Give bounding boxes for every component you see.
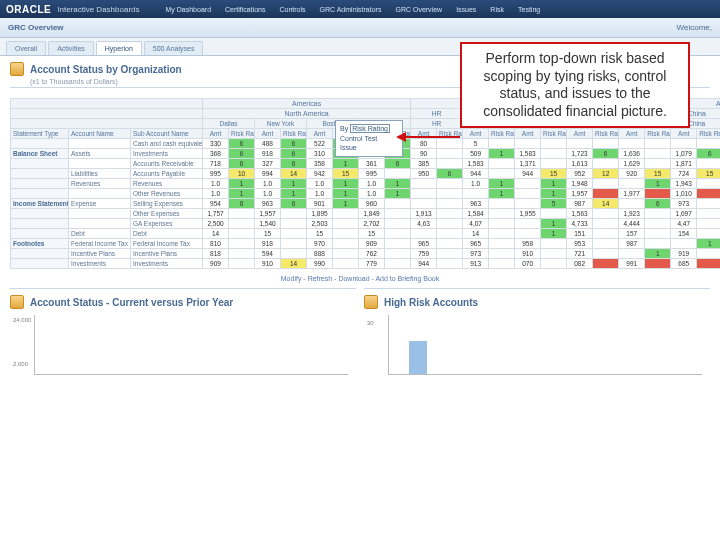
tab-activities[interactable]: Activities [48, 41, 94, 55]
topnav-risk[interactable]: Risk [484, 4, 510, 15]
filter-option-control-test[interactable]: Control Test [340, 135, 398, 142]
section-title: Account Status by Organization [30, 64, 182, 75]
chart-icon [10, 62, 24, 76]
link-modify[interactable]: Modify [281, 275, 302, 282]
bar [409, 341, 427, 374]
annotation-arrow [404, 136, 460, 138]
link-refresh[interactable]: Refresh [308, 275, 333, 282]
topnav-grc-administrators[interactable]: GRC Administrators [314, 4, 388, 15]
topnav-testing[interactable]: Testing [512, 4, 546, 15]
filter-by-select[interactable]: Risk Rating [350, 124, 390, 133]
chart-2: 30 [388, 315, 702, 375]
welcome-text: Welcome, [677, 23, 712, 32]
panel-high-risk: High Risk Accounts 30 [364, 288, 710, 375]
app-topbar: ORACLE Interactive Dashboards My Dashboa… [0, 0, 720, 18]
tab-hyperion[interactable]: Hyperion [96, 41, 142, 55]
tab-overall[interactable]: Overall [6, 41, 46, 55]
filter-by-label: By [340, 125, 348, 132]
panel1-title: Account Status - Current versus Prior Ye… [30, 297, 233, 308]
brand-subtitle: Interactive Dashboards [57, 5, 139, 14]
topnav-grc-overview[interactable]: GRC Overview [389, 4, 448, 15]
page-title: GRC Overview [8, 23, 64, 32]
link-download[interactable]: Download [338, 275, 369, 282]
filter-option-issue[interactable]: Issue [340, 144, 398, 151]
annotation-callout: Perform top-down risk based scoping by t… [460, 42, 690, 128]
chart-icon [364, 295, 378, 309]
topnav-issues[interactable]: Issues [450, 4, 482, 15]
chart-icon [10, 295, 24, 309]
filter-panel: By Risk Rating Control Test Issue [335, 120, 403, 157]
chart-1: 2,00024,000 [34, 315, 348, 375]
context-bar: GRC Overview Welcome, [0, 18, 720, 38]
tab-500-analyses[interactable]: 500 Analyses [144, 41, 204, 55]
panel2-title: High Risk Accounts [384, 297, 478, 308]
link-add-to-briefing-book[interactable]: Add to Briefing Book [375, 275, 439, 282]
topnav-my-dashboard[interactable]: My Dashboard [160, 4, 218, 15]
topnav-controls[interactable]: Controls [274, 4, 312, 15]
panel-current-vs-prior: Account Status - Current versus Prior Ye… [10, 288, 356, 375]
grid-footer-links: Modify - Refresh - Download - Add to Bri… [0, 269, 720, 288]
topnav-certifications[interactable]: Certifications [219, 4, 271, 15]
brand-logo: ORACLE [6, 4, 51, 15]
top-nav: My DashboardCertificationsControlsGRC Ad… [160, 4, 547, 15]
